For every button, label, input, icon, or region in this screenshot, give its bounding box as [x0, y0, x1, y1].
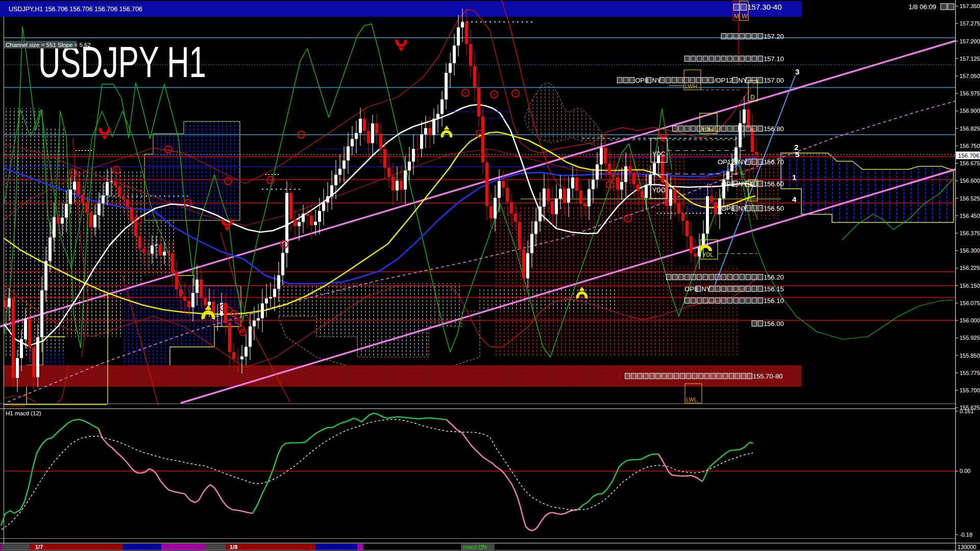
svg-text:3: 3 [795, 67, 799, 76]
svg-text:156.00: 156.00 [764, 320, 784, 328]
svg-text:156.450: 156.450 [960, 213, 980, 219]
svg-text:157.350: 157.350 [960, 3, 980, 9]
svg-text:156.600: 156.600 [960, 178, 980, 184]
svg-text:157.00: 157.00 [764, 77, 784, 84]
svg-text:156.000: 156.000 [960, 317, 980, 323]
svg-text:Channel size = 551 Slope = 5.6: Channel size = 551 Slope = 5.62 [6, 42, 91, 48]
svg-text:156.075: 156.075 [960, 300, 980, 306]
svg-text:156.15: 156.15 [764, 285, 784, 293]
svg-text:155.700: 155.700 [960, 387, 980, 393]
svg-text:5: 5 [795, 150, 799, 159]
svg-text:157.10: 157.10 [764, 55, 784, 63]
svg-text:1/7: 1/7 [35, 544, 43, 550]
svg-text:157.30-40: 157.30-40 [747, 3, 782, 11]
svg-text:0.00: 0.00 [960, 468, 970, 474]
svg-text:-0.18: -0.18 [960, 532, 972, 538]
svg-text:macd ON: macd ON [463, 544, 487, 550]
svg-text:USDJPY,H1 156.706 156.706 156: USDJPY,H1 156.706 156.706 156.706 156.70… [9, 6, 142, 13]
svg-text:1/8: 1/8 [230, 544, 237, 550]
svg-text:1: 1 [792, 173, 796, 182]
svg-text:H1 macd (12): H1 macd (12) [6, 410, 41, 416]
svg-text:156.150: 156.150 [960, 283, 980, 289]
svg-text:D: D [750, 94, 755, 101]
svg-text:1/8 06:09: 1/8 06:09 [909, 3, 936, 11]
svg-text:156.750: 156.750 [960, 143, 980, 149]
svg-text:155.775: 155.775 [960, 370, 980, 376]
svg-text:/OP12: /OP12 [714, 77, 733, 84]
svg-text:156.225: 156.225 [960, 265, 980, 271]
svg-text:156.70: 156.70 [764, 158, 784, 166]
svg-text:LWL: LWL [686, 396, 697, 403]
svg-text:156.825: 156.825 [960, 126, 980, 132]
svg-text:W: W [742, 13, 748, 20]
svg-text:156.706: 156.706 [958, 153, 979, 159]
svg-text:OP12: OP12 [718, 158, 734, 166]
svg-text:0.161: 0.161 [960, 408, 974, 414]
svg-text:LWH: LWH [685, 83, 697, 89]
svg-text:155.850: 155.850 [960, 353, 980, 359]
svg-text:157.275: 157.275 [960, 20, 980, 27]
svg-text:156.675: 156.675 [960, 160, 980, 166]
svg-text:130000: 130000 [958, 544, 976, 550]
svg-text:4: 4 [792, 195, 797, 204]
svg-text:156.375: 156.375 [960, 230, 980, 236]
svg-text:YDC: YDC [652, 151, 666, 158]
svg-text:157.20: 157.20 [764, 33, 784, 40]
svg-text:156.525: 156.525 [960, 195, 980, 202]
svg-text:156.900: 156.900 [960, 108, 980, 114]
svg-text:YDL: YDL [702, 252, 713, 258]
svg-text:156.50: 156.50 [764, 205, 784, 212]
svg-text:156.20: 156.20 [764, 273, 784, 281]
svg-text:157.125: 157.125 [960, 56, 980, 62]
svg-text:156.975: 156.975 [960, 90, 980, 96]
svg-text:155.925: 155.925 [960, 335, 980, 341]
svg-text:M: M [734, 13, 739, 20]
svg-text:156.80: 156.80 [764, 125, 784, 133]
svg-text:156.10: 156.10 [764, 297, 784, 305]
svg-text:157.200: 157.200 [960, 38, 980, 44]
svg-text:155.70-80: 155.70-80 [753, 372, 783, 380]
svg-text:YDO: YDO [652, 187, 666, 194]
svg-text:156.300: 156.300 [960, 247, 980, 254]
svg-text:157.050: 157.050 [960, 73, 980, 79]
svg-text:156.60: 156.60 [764, 180, 784, 188]
